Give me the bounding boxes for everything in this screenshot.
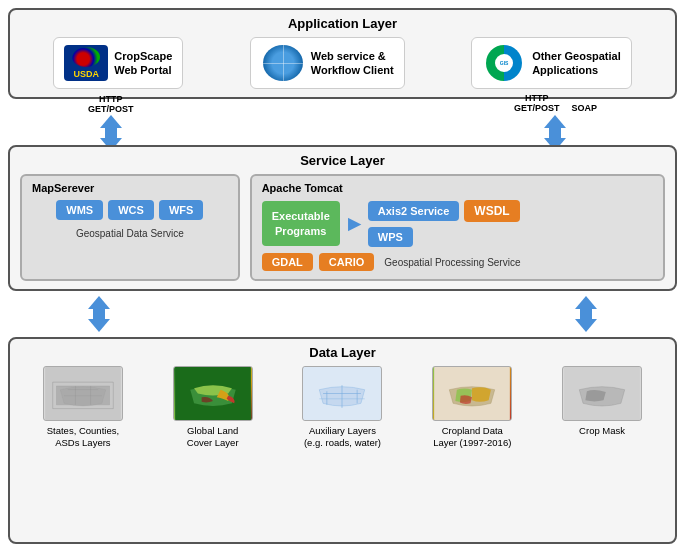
data-item-auxiliary: Auxiliary Layers(e.g. roads, water)	[302, 366, 382, 450]
data-layer: Data Layer States, Counties,	[8, 337, 677, 544]
axis-wsdl-row: Axis2 Service WSDL	[368, 200, 520, 222]
wps-button: WPS	[368, 227, 413, 247]
global-map	[173, 366, 253, 421]
arrow-group-left: HTTPGET/POST	[88, 94, 134, 151]
arrow-group-right: HTTPGET/POST SOAP	[514, 93, 597, 151]
wms-button: WMS	[56, 200, 103, 220]
usda-icon: USDA	[64, 43, 108, 83]
data-layer-content: States, Counties,ASDs Layers Global Land…	[20, 366, 665, 450]
data-item-states: States, Counties,ASDs Layers	[43, 366, 123, 450]
main-container: Application Layer USDA CropScapeWeb Port…	[0, 0, 685, 552]
states-map	[43, 366, 123, 421]
cropscape-label: CropScapeWeb Portal	[114, 49, 172, 78]
auxiliary-map	[302, 366, 382, 421]
cropland-map	[432, 366, 512, 421]
gdal-button: GDAL	[262, 253, 313, 271]
arrow-down-data-left	[88, 319, 110, 332]
exec-programs: ExecutablePrograms	[262, 201, 340, 246]
arrow-up-data-right	[575, 296, 597, 309]
tomcat-content: ExecutablePrograms ▶ Axis2 Service WSDL …	[262, 200, 653, 247]
wfs-button: WFS	[159, 200, 203, 220]
double-arrow-data-left	[88, 296, 110, 332]
cropscape-box: USDA CropScapeWeb Portal	[53, 37, 183, 89]
geo-proc-label: Geospatial Processing Service	[384, 257, 520, 268]
arcgis-label: Other GeospatialApplications	[532, 49, 621, 78]
wcs-button: WCS	[108, 200, 154, 220]
data-item-cropland: Cropland DataLayer (1997-2016)	[432, 366, 512, 450]
arrow-stem-right	[549, 128, 561, 138]
cropmask-map-svg	[563, 367, 641, 420]
webservice-label: Web service &Workflow Client	[311, 49, 394, 78]
data-item-global: Global LandCover Layer	[173, 366, 253, 450]
geo-data-label: Geospatial Data Service	[32, 228, 228, 239]
cropland-label: Cropland DataLayer (1997-2016)	[433, 425, 511, 450]
service-layer-title: Service Layer	[20, 153, 665, 168]
global-map-svg	[174, 367, 252, 420]
mapserver-services: WMS WCS WFS	[32, 200, 228, 220]
cropland-map-svg	[433, 367, 511, 420]
service-data-arrows	[8, 297, 677, 331]
double-arrow-data-right	[575, 296, 597, 332]
mapserver-title: MapSerever	[32, 182, 228, 194]
mapserver-box: MapSerever WMS WCS WFS Geospatial Data S…	[20, 174, 240, 281]
webservice-box: Web service &Workflow Client	[250, 37, 405, 89]
app-layer-content: USDA CropScapeWeb Portal Web service &Wo…	[20, 37, 665, 89]
application-layer: Application Layer USDA CropScapeWeb Port…	[8, 8, 677, 99]
service-layer-content: MapSerever WMS WCS WFS Geospatial Data S…	[20, 174, 665, 281]
service-layer: Service Layer MapSerever WMS WCS WFS Geo…	[8, 145, 677, 291]
http-label-left: HTTPGET/POST	[88, 94, 134, 114]
arrow-up-data-left	[88, 296, 110, 309]
arrow-up-right	[544, 115, 566, 128]
globe-icon	[261, 43, 305, 83]
axis2-service-button: Axis2 Service	[368, 201, 460, 221]
global-label: Global LandCover Layer	[187, 425, 239, 450]
arcgis-box: GIS Other GeospatialApplications	[471, 37, 632, 89]
data-layer-title: Data Layer	[20, 345, 665, 360]
wsdl-button: WSDL	[464, 200, 519, 222]
tomcat-bottom: GDAL CARIO Geospatial Processing Service	[262, 253, 653, 271]
axis-wps-col: Axis2 Service WSDL WPS	[368, 200, 520, 247]
states-map-svg	[44, 367, 122, 420]
tomcat-title: Apache Tomcat	[262, 182, 653, 194]
cario-button: CARIO	[319, 253, 374, 271]
cropmask-map	[562, 366, 642, 421]
arrow-stem-left	[105, 128, 117, 138]
arrow-up-left	[100, 115, 122, 128]
auxiliary-label: Auxiliary Layers(e.g. roads, water)	[304, 425, 381, 450]
arrow-stem-data-right	[580, 309, 592, 319]
http-label-right: HTTPGET/POST	[514, 93, 560, 113]
auxiliary-map-svg	[303, 367, 381, 420]
tomcat-box: Apache Tomcat ExecutablePrograms ▶ Axis2…	[250, 174, 665, 281]
states-label: States, Counties,ASDs Layers	[47, 425, 119, 450]
arcgis-icon: GIS	[482, 43, 526, 83]
arrow-down-data-right	[575, 319, 597, 332]
soap-label: SOAP	[571, 103, 597, 113]
data-item-cropmask: Crop Mask	[562, 366, 642, 437]
cropmask-label: Crop Mask	[579, 425, 625, 437]
app-service-arrows: HTTPGET/POST HTTPGET/POST SOAP	[8, 105, 677, 139]
arrow-right-icon: ▶	[348, 214, 360, 233]
wps-row: WPS	[368, 227, 520, 247]
application-layer-title: Application Layer	[20, 16, 665, 31]
arrow-stem-data-left	[93, 309, 105, 319]
